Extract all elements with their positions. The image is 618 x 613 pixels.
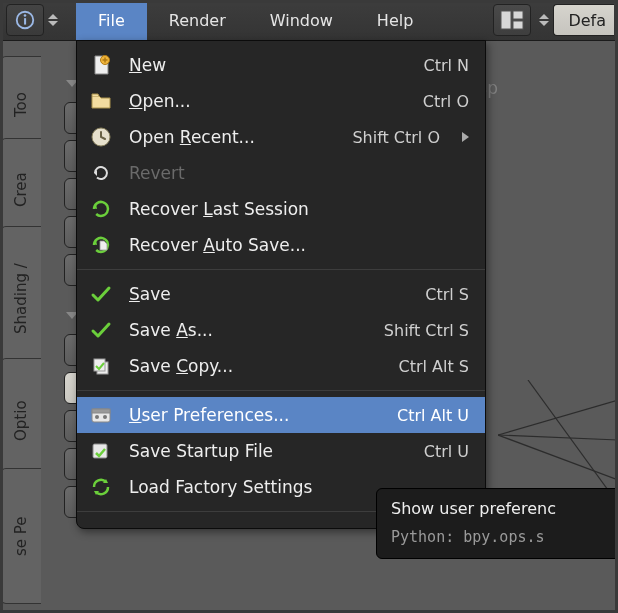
menu-item-save-as[interactable]: Save As...Shift Ctrl S (77, 312, 485, 348)
save-copy-icon (87, 352, 115, 380)
check-icon (87, 280, 115, 308)
svg-rect-8 (513, 11, 523, 19)
recover-last-icon (87, 195, 115, 223)
menu-item-label: Revert (129, 163, 469, 183)
screen-layout-selector[interactable]: Defa (553, 4, 614, 36)
menu-item-label: New (129, 55, 409, 75)
svg-line-2 (498, 435, 618, 480)
menu-shortcut: Ctrl S (425, 285, 469, 304)
svg-line-1 (498, 435, 618, 440)
tooltip: Show user preferenc Python: bpy.ops.s (376, 488, 618, 559)
recover-auto-icon (87, 231, 115, 259)
menu-separator (77, 269, 485, 270)
svg-point-16 (95, 415, 99, 419)
revert-icon (87, 159, 115, 187)
svg-line-0 (498, 400, 618, 435)
menu-item-user-preferences[interactable]: User Preferences...Ctrl Alt U (77, 397, 485, 433)
menu-item-label: Save Startup File (129, 441, 410, 461)
tooltip-python: Python: bpy.ops.s (391, 528, 611, 546)
svg-point-6 (24, 14, 27, 17)
menu-shortcut: Ctrl O (423, 92, 469, 111)
menu-item-save-copy[interactable]: Save Copy...Ctrl Alt S (77, 348, 485, 384)
menu-render[interactable]: Render (147, 0, 248, 40)
layout-chevrons[interactable] (539, 14, 549, 26)
new-file-icon (87, 51, 115, 79)
factory-icon (87, 473, 115, 501)
menu-file[interactable]: File (76, 0, 147, 40)
top-menu-bar: File Render Window Help Defa (0, 0, 618, 41)
info-editor-button[interactable] (6, 4, 44, 36)
vtab-options[interactable]: Optio (0, 358, 41, 484)
menu-item-open[interactable]: Open...Ctrl O (77, 83, 485, 119)
preferences-icon (87, 401, 115, 429)
menu-item-label: User Preferences... (129, 405, 383, 425)
save-startup-icon (87, 437, 115, 465)
file-menu-dropdown: NewCtrl NOpen...Ctrl OOpen Recent...Shif… (76, 40, 486, 529)
menu-window[interactable]: Window (248, 0, 355, 40)
menu-labels: File Render Window Help (76, 0, 435, 40)
menu-item-save-startup-file[interactable]: Save Startup FileCtrl U (77, 433, 485, 469)
menu-item-new[interactable]: NewCtrl N (77, 47, 485, 83)
tool-vertical-tabs: Too Crea Shading / Optio se Pe (0, 40, 48, 613)
screen-layout-button[interactable] (493, 4, 531, 36)
recent-icon (87, 123, 115, 151)
menu-shortcut: Shift Ctrl S (384, 321, 469, 340)
menu-item-save[interactable]: SaveCtrl S (77, 276, 485, 312)
svg-point-17 (103, 415, 107, 419)
menu-shortcut: Ctrl U (424, 442, 469, 461)
menu-item-label: Open Recent... (129, 127, 338, 147)
svg-rect-5 (24, 18, 26, 24)
vtab-grease-pencil[interactable]: se Pe (0, 468, 41, 604)
svg-rect-7 (501, 11, 511, 29)
open-folder-icon (87, 87, 115, 115)
topbar-right: Defa (493, 4, 618, 36)
menu-item-recover-last-session[interactable]: Recover Last Session (77, 191, 485, 227)
layout-icon (500, 10, 524, 30)
menu-help[interactable]: Help (355, 0, 435, 40)
menu-shortcut: Ctrl Alt S (399, 357, 469, 376)
viewport-wireframe (498, 380, 618, 490)
chevron-right-icon (462, 132, 469, 142)
menu-item-label: Save Copy... (129, 356, 385, 376)
menu-shortcut: Ctrl Alt U (397, 406, 469, 425)
menu-item-label: Recover Auto Save... (129, 235, 469, 255)
menu-item-label: Save As... (129, 320, 370, 340)
menu-item-open-recent[interactable]: Open Recent...Shift Ctrl O (77, 119, 485, 155)
menu-item-recover-auto-save[interactable]: Recover Auto Save... (77, 227, 485, 263)
svg-line-3 (528, 380, 608, 490)
menu-item-revert: Revert (77, 155, 485, 191)
check-icon (87, 316, 115, 344)
menu-item-label: Open... (129, 91, 409, 111)
svg-rect-9 (513, 21, 523, 29)
info-icon (14, 9, 36, 31)
menu-shortcut: Shift Ctrl O (352, 128, 440, 147)
svg-rect-15 (92, 409, 110, 413)
menu-item-label: Save (129, 284, 411, 304)
tooltip-text: Show user preferenc (391, 499, 611, 518)
menu-shortcut: Ctrl N (423, 56, 469, 75)
vtab-shading[interactable]: Shading / (0, 226, 41, 372)
menu-separator (77, 390, 485, 391)
editor-type-chevrons[interactable] (48, 14, 58, 26)
menu-item-label: Recover Last Session (129, 199, 469, 219)
